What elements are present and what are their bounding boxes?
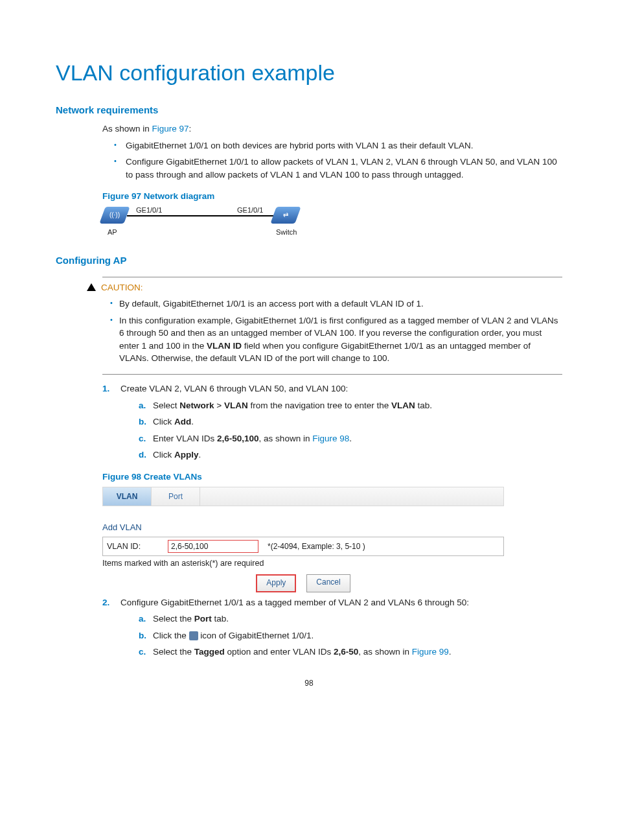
- caution-block: CAUTION: By default, GigabitEthernet 1/0…: [102, 277, 562, 375]
- t: Click: [153, 417, 174, 426]
- t: Click: [153, 450, 174, 460]
- page-number: 98: [56, 678, 562, 689]
- step-1-text: Create VLAN 2, VLAN 6 through VLAN 50, a…: [120, 384, 348, 393]
- t: .: [199, 450, 201, 460]
- add-vlan-form: VLAN ID: 2,6-50,100 *(2-4094, Example: 3…: [102, 537, 504, 556]
- t: 2,6-50,100: [217, 434, 259, 443]
- port-label-left: GE1/0/1: [136, 205, 162, 216]
- ap-device-icon: ((·)): [99, 207, 130, 224]
- t: tab.: [415, 401, 432, 410]
- t: Enter VLAN IDs: [153, 434, 217, 443]
- link-figure-99[interactable]: Figure 99: [412, 647, 449, 657]
- t: VLAN: [224, 401, 248, 410]
- t: Apply: [174, 450, 199, 460]
- step-2c: Select the Tagged option and enter VLAN …: [139, 646, 562, 659]
- step-1b: Click Add.: [139, 415, 562, 428]
- vlan-id-input[interactable]: 2,6-50,100: [168, 540, 258, 553]
- t: option and enter VLAN IDs: [225, 647, 334, 657]
- required-note: Items marked with an asterisk(*) are req…: [102, 557, 504, 569]
- caution-label: CAUTION:: [101, 281, 143, 294]
- figure-97-caption: Figure 97 Network diagram: [102, 190, 562, 203]
- t: Port: [194, 614, 212, 624]
- step-2: Configure GigabitEthernet 1/0/1 as a tag…: [102, 596, 562, 659]
- caution-item: In this configuration example, GigabitEt…: [110, 314, 562, 365]
- caution-bold: VLAN ID: [207, 341, 242, 351]
- t: Add: [174, 417, 191, 426]
- t: Click the: [153, 631, 189, 640]
- port-label-right: GE1/0/1: [237, 205, 263, 216]
- t: icon of GigabitEthernet 1/0/1.: [198, 631, 314, 640]
- section-heading-network-requirements: Network requirements: [56, 103, 562, 117]
- intro-suffix: :: [189, 124, 192, 134]
- intro-prefix: As shown in: [102, 124, 152, 134]
- figure-98-screenshot: VLAN Port Add VLAN VLAN ID: 2,6-50,100 *…: [102, 487, 504, 592]
- t: tab.: [212, 614, 229, 624]
- cancel-button[interactable]: Cancel: [306, 574, 350, 592]
- t: Tagged: [194, 647, 225, 657]
- step-1: Create VLAN 2, VLAN 6 through VLAN 50, a…: [102, 382, 562, 461]
- t: Network: [179, 401, 214, 410]
- switch-label: Switch: [276, 228, 297, 238]
- t: Select the: [153, 647, 194, 657]
- step-1a: Select Network > VLAN from the navigatio…: [139, 399, 562, 412]
- bullet-item: Configure GigabitEthernet 1/0/1 to allow…: [114, 156, 562, 181]
- t: >: [214, 401, 224, 410]
- step-2b: Click the icon of GigabitEthernet 1/0/1.: [139, 629, 562, 642]
- figure-97-diagram: ((·)) ⇄ GE1/0/1 GE1/0/1 AP Switch: [102, 207, 323, 244]
- t: .: [349, 434, 352, 443]
- t: , as shown in: [358, 647, 412, 657]
- bullet-item: GigabitEthernet 1/0/1 on both devices ar…: [114, 139, 562, 152]
- step-2a: Select the Port tab.: [139, 612, 562, 625]
- step-2-text: Configure GigabitEthernet 1/0/1 as a tag…: [120, 598, 469, 607]
- intro-paragraph: As shown in Figure 97:: [102, 122, 562, 135]
- t: Select the: [153, 614, 194, 624]
- edit-icon: [189, 631, 198, 640]
- step-1c: Enter VLAN IDs 2,6-50,100, as shown in F…: [139, 432, 562, 445]
- step-1d: Click Apply.: [139, 449, 562, 461]
- page-title: VLAN configuration example: [56, 57, 562, 89]
- switch-device-icon: ⇄: [270, 207, 301, 224]
- vlan-id-label: VLAN ID:: [107, 541, 159, 552]
- t: VLAN: [391, 401, 415, 410]
- t: .: [191, 417, 194, 426]
- tab-port[interactable]: Port: [152, 487, 200, 506]
- network-req-bullets: GigabitEthernet 1/0/1 on both devices ar…: [114, 139, 562, 181]
- link-figure-97[interactable]: Figure 97: [152, 124, 189, 134]
- vlan-id-hint: *(2-4094, Example: 3, 5-10 ): [268, 541, 365, 552]
- t: .: [449, 647, 452, 657]
- caution-item: By default, GigabitEthernet 1/0/1 is an …: [110, 298, 562, 310]
- add-vlan-title: Add VLAN: [102, 522, 504, 534]
- t: , as shown in: [259, 434, 313, 443]
- t: from the navigation tree to enter the: [248, 401, 391, 410]
- tab-vlan[interactable]: VLAN: [103, 487, 152, 506]
- ap-label: AP: [108, 228, 117, 238]
- section-heading-configuring-ap: Configuring AP: [56, 253, 562, 268]
- tab-bar: VLAN Port: [102, 487, 504, 506]
- t: 2,6-50: [334, 647, 358, 657]
- warning-icon: [87, 283, 96, 291]
- link-figure-98[interactable]: Figure 98: [312, 434, 349, 443]
- t: Select: [153, 401, 179, 410]
- figure-98-caption: Figure 98 Create VLANs: [102, 471, 562, 484]
- apply-button[interactable]: Apply: [256, 574, 296, 592]
